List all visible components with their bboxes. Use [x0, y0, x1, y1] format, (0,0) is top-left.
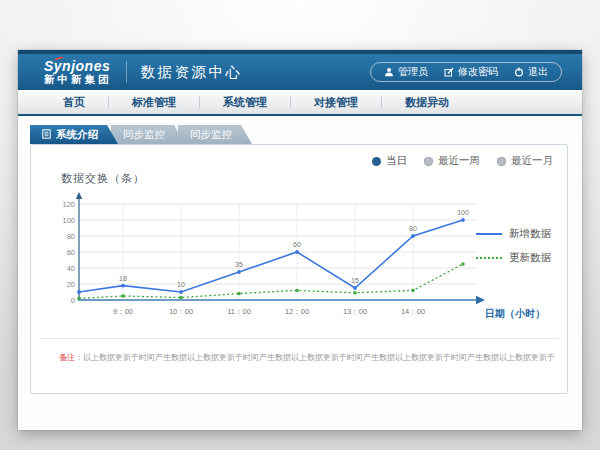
change-password-label: 修改密码	[458, 65, 498, 79]
radio-dot	[424, 157, 433, 166]
panel-divider	[39, 338, 559, 339]
nav-item-system-mgmt[interactable]: 系统管理	[200, 95, 290, 110]
app-header: Synjones 新中新集团 数据资源中心 管理员 修改	[18, 50, 582, 90]
svg-text:10：00: 10：00	[169, 307, 193, 316]
radio-dot-selected	[372, 157, 381, 166]
edit-icon	[444, 67, 454, 77]
tab-label: 同步监控	[123, 128, 165, 140]
legend-item-updated-data[interactable]: 更新数据	[476, 251, 551, 265]
svg-text:60: 60	[67, 248, 75, 257]
nav-item-home[interactable]: 首页	[40, 95, 108, 110]
legend-solid-line-icon	[476, 233, 502, 235]
brand-name-text: Synjones	[44, 58, 110, 74]
user-icon	[384, 67, 394, 77]
footnote: 备注：以上数据更新于时间产生数据以上数据更新于时间产生数据以上数据更新于时间产生…	[59, 352, 559, 363]
radio-label: 当日	[386, 154, 407, 168]
footnote-label: 备注	[59, 353, 75, 362]
desktop-background: Synjones 新中新集团 数据资源中心 管理员 修改	[0, 0, 600, 450]
tab-system-intro[interactable]: 系统介绍	[30, 125, 118, 144]
svg-text:60: 60	[293, 241, 301, 248]
footnote-text: ：以上数据更新于时间产生数据以上数据更新于时间产生数据以上数据更新于时间产生数据…	[75, 353, 555, 362]
svg-text:18: 18	[119, 275, 127, 282]
content-area: 系统介绍 同步监控 同步监控 当日 最近一周	[18, 116, 582, 428]
main-nav: 首页 标准管理 系统管理 对接管理 数据异动	[18, 90, 582, 116]
tab-sync-monitor-2[interactable]: 同步监控	[178, 125, 252, 144]
tab-bar: 系统介绍 同步监控 同步监控	[30, 125, 245, 144]
svg-text:14：00: 14：00	[401, 307, 425, 316]
chart-legend: 新增数据 更新数据	[476, 227, 551, 275]
svg-text:100: 100	[62, 216, 75, 225]
svg-text:40: 40	[67, 264, 75, 273]
nav-item-data-change[interactable]: 数据异动	[382, 95, 472, 110]
radio-today[interactable]: 当日	[372, 154, 407, 168]
legend-dotted-line-icon	[476, 257, 502, 259]
svg-text:日期（小时）: 日期（小时）	[485, 308, 545, 319]
user-toolbar: 管理员 修改密码 退出	[370, 62, 562, 82]
logout-button[interactable]: 退出	[514, 65, 548, 79]
radio-last-week[interactable]: 最近一周	[424, 154, 480, 168]
legend-label: 新增数据	[509, 227, 551, 241]
svg-text:15: 15	[351, 277, 359, 284]
radio-label: 最近一周	[438, 154, 480, 168]
change-password-button[interactable]: 修改密码	[444, 65, 498, 79]
admin-user-label: 管理员	[398, 65, 428, 79]
radio-label: 最近一月	[511, 154, 553, 168]
radio-dot	[497, 157, 506, 166]
svg-text:80: 80	[67, 232, 75, 241]
chart-panel: 当日 最近一周 最近一月 数据交换（条） 0204060801001209：00…	[30, 144, 568, 394]
header-divider	[126, 61, 127, 83]
svg-text:35: 35	[235, 261, 243, 268]
time-range-filter: 当日 最近一周 最近一月	[372, 154, 553, 168]
svg-text:11：00: 11：00	[227, 307, 251, 316]
power-icon	[514, 67, 524, 77]
svg-text:20: 20	[67, 280, 75, 289]
nav-item-standard-mgmt[interactable]: 标准管理	[109, 95, 199, 110]
tab-label: 同步监控	[190, 128, 232, 140]
brand-logo: Synjones 新中新集团	[44, 59, 112, 86]
svg-text:80: 80	[409, 225, 417, 232]
logout-label: 退出	[528, 65, 548, 79]
brand-name: Synjones	[44, 59, 112, 74]
line-chart: 0204060801001209：0010：0011：0012：0013：001…	[39, 191, 551, 331]
svg-text:12：00: 12：00	[285, 307, 309, 316]
svg-text:100: 100	[457, 209, 469, 216]
svg-text:120: 120	[62, 200, 75, 209]
tab-label: 系统介绍	[56, 128, 98, 140]
y-axis-title: 数据交换（条）	[61, 171, 145, 186]
document-icon	[42, 126, 51, 145]
svg-text:13：00: 13：00	[343, 307, 367, 316]
tab-sync-monitor-1[interactable]: 同步监控	[111, 125, 185, 144]
legend-label: 更新数据	[509, 251, 551, 265]
app-window: Synjones 新中新集团 数据资源中心 管理员 修改	[18, 50, 582, 430]
svg-text:10: 10	[177, 281, 185, 288]
radio-last-month[interactable]: 最近一月	[497, 154, 553, 168]
page-title: 数据资源中心	[141, 63, 243, 82]
svg-text:0: 0	[71, 296, 75, 305]
nav-item-interface-mgmt[interactable]: 对接管理	[291, 95, 381, 110]
svg-text:9：00: 9：00	[113, 307, 133, 316]
brand-subtitle: 新中新集团	[44, 74, 112, 85]
legend-item-new-data[interactable]: 新增数据	[476, 227, 551, 241]
admin-user-button[interactable]: 管理员	[384, 65, 428, 79]
